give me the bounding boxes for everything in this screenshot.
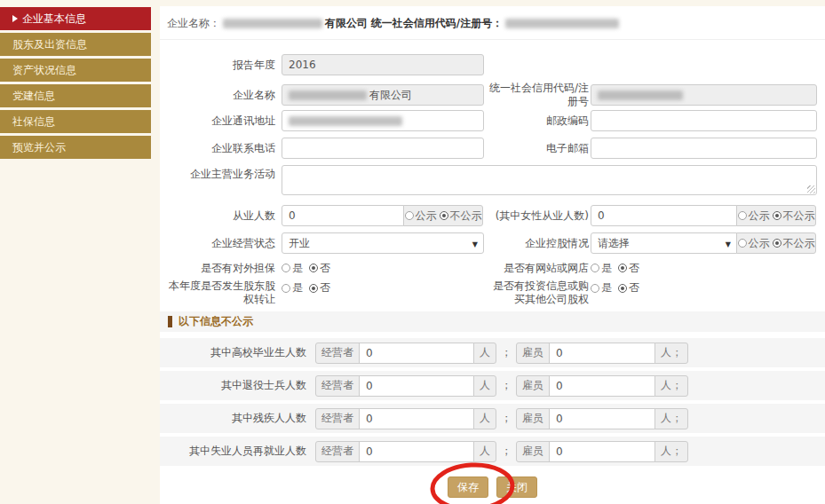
reemployed-label: 其中失业人员再就业人数 [160,444,306,459]
employee-count-label: 从业人数 [160,209,275,223]
no-radio[interactable] [618,264,627,272]
no-publish-radio[interactable] [773,211,781,220]
publish-radio-label: 公示 [749,209,770,224]
publish-radio-label: 公示 [749,236,770,251]
yes-radio-label: 是 [601,280,612,295]
female-count-input[interactable] [591,205,737,226]
report-year-input[interactable] [282,54,484,75]
chevron-down-icon: ▼ [726,240,731,248]
chevron-down-icon: ▼ [472,240,478,248]
holding-value: 请选择 [598,236,630,251]
veterans-employee-input[interactable] [549,375,655,397]
no-radio-label: 否 [320,261,330,276]
yes-radio-label: 是 [292,261,303,276]
address-label: 企业通讯地址 [160,114,275,128]
basic-info-form: 报告年度 企业名称 有限公司 统一社会信用代码/注册号 企业通讯地址 邮政编码 … [160,40,825,498]
credit-code-field-label: 统一社会信用代码/注册号 [484,82,589,108]
sidebar-item-shareholders[interactable]: 股东及出资信息 [0,33,151,56]
resize-grip-icon[interactable] [807,185,815,193]
company-name-field-label: 企业名称 [160,89,275,102]
yes-radio[interactable] [282,284,290,293]
disabled-employee-input[interactable] [549,408,655,429]
graduates-label: 其中高校毕业生人数 [160,345,306,360]
form-actions: 保存 关闭 [160,476,825,498]
holding-select[interactable]: 请选择 ▼ [591,232,737,254]
active-arrow-icon [12,15,18,22]
yes-radio-label: 是 [292,280,303,295]
company-name-suffix: 有限公司 [369,88,412,103]
veterans-operator-input[interactable] [359,375,474,397]
sidebar-item-social-security[interactable]: 社保信息 [0,110,151,133]
no-publish-radio[interactable] [440,211,448,220]
phone-input[interactable] [282,138,484,159]
address-input[interactable] [282,110,484,131]
disabled-persons-row: 其中残疾人人数 经营者人 ； 雇员人； [160,404,825,433]
unit-addon: 人 [473,408,496,429]
veterans-label: 其中退役士兵人数 [160,378,306,393]
company-name-input[interactable]: 有限公司 [282,84,484,106]
operating-status-label: 企业经营状态 [160,237,275,250]
employee-count-publicity-addon: 公示 不公示 [403,205,483,226]
company-header: 企业名称：有限公司 统一社会信用代码/注册号： [160,6,825,40]
private-section-title: 以下信息不公示 [178,314,253,329]
graduates-operator-input[interactable] [359,343,474,364]
sidebar-item-assets[interactable]: 资产状况信息 [0,59,151,82]
email-input[interactable] [591,138,817,159]
employee-addon: 雇员 [516,343,550,364]
no-radio[interactable] [309,264,318,272]
sidebar: 企业基本信息 股东及出资信息 资产状况信息 党建信息 社保信息 预览并公示 [0,7,151,161]
separator: ； [501,411,512,426]
sidebar-item-label: 社保信息 [12,115,55,128]
employee-count-input[interactable] [282,205,404,226]
holding-label: 企业控股情况 [484,237,589,250]
sidebar-item-label: 股东及出资信息 [12,38,87,51]
separator: ； [501,444,512,459]
redacted-credit-code [598,91,683,100]
publish-radio[interactable] [405,211,414,220]
sidebar-item-label: 预览并公示 [12,141,66,154]
sidebar-item-label: 党建信息 [12,90,55,102]
female-count-label: (其中女性从业人数) [484,209,589,223]
redacted-company-name [289,91,367,100]
yes-radio[interactable] [591,284,599,293]
main-business-label: 企业主营业务活动 [160,168,275,181]
no-radio[interactable] [309,284,318,293]
employee-addon: 雇员 [516,375,550,397]
disabled-persons-label: 其中残疾人人数 [160,411,306,426]
unit-end-addon: 人； [654,375,688,397]
reemployed-employee-input[interactable] [549,441,655,462]
reemployed-operator-input[interactable] [359,441,474,462]
credit-code-input[interactable] [591,84,817,106]
operating-status-value: 开业 [289,236,310,251]
yes-radio[interactable] [282,264,290,272]
sidebar-item-preview-publish[interactable]: 预览并公示 [0,136,151,159]
website-label: 是否有网站或网店 [484,262,589,275]
main-business-textarea[interactable] [282,165,817,195]
employee-addon: 雇员 [516,408,550,429]
phone-label: 企业联系电话 [160,142,275,155]
graduates-employee-input[interactable] [549,343,655,364]
redacted-address [289,116,402,126]
reemployed-row: 其中失业人员再就业人数 经营者人 ； 雇员人； [160,437,825,466]
sidebar-item-basic-info[interactable]: 企业基本信息 [0,7,151,30]
separator: ； [501,345,512,360]
no-radio[interactable] [618,284,627,293]
unit-addon: 人 [473,375,496,397]
publish-radio[interactable] [738,211,747,220]
unit-end-addon: 人； [654,408,688,429]
disabled-operator-input[interactable] [359,408,474,429]
no-publish-radio-label: 不公示 [450,209,482,224]
guarantee-row: 是否有对外担保 是 否 是否有网站或网店 是 否 [160,260,825,276]
postcode-input[interactable] [591,110,817,131]
graduates-row: 其中高校毕业生人数 经营者人 ； 雇员人； [160,338,825,367]
save-button[interactable]: 保存 [448,476,488,498]
operating-status-select[interactable]: 开业 ▼ [282,232,484,254]
close-button[interactable]: 关闭 [496,476,537,498]
no-publish-radio[interactable] [773,239,781,248]
sidebar-item-party-building[interactable]: 党建信息 [0,84,151,107]
yes-radio[interactable] [591,264,599,272]
publish-radio-label: 公示 [416,209,437,224]
unit-addon: 人 [473,343,496,364]
publish-radio[interactable] [738,239,747,248]
credit-code-label: 统一社会信用代码/注册号： [371,17,503,29]
